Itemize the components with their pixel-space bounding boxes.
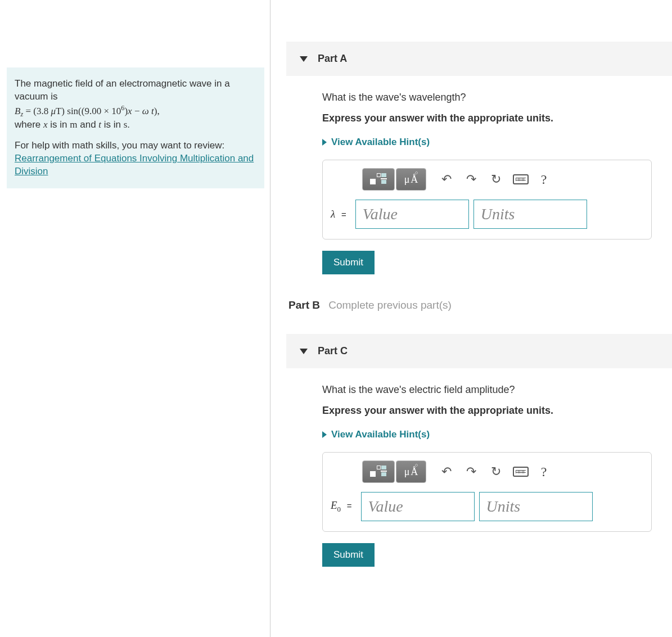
- part-c-instruction: Express your answer with the appropriate…: [322, 405, 652, 417]
- undo-button[interactable]: ↶: [436, 462, 457, 482]
- help-button[interactable]: ?: [535, 464, 552, 480]
- part-a-title: Part A: [318, 53, 347, 65]
- part-c-units-input[interactable]: Units: [479, 492, 593, 521]
- keyboard-button[interactable]: [511, 462, 531, 482]
- part-c-submit-button[interactable]: Submit: [322, 543, 375, 567]
- redo-button[interactable]: ↷: [461, 169, 481, 189]
- intro-text: The magnetic field of an electromagnetic…: [15, 78, 230, 102]
- part-c-answer-box: μÅ ○ ↶ ↷ ↻ ? E0 = Value Uni: [322, 452, 652, 532]
- part-c-title: Part C: [318, 345, 348, 357]
- problem-statement: The magnetic field of an electromagnetic…: [7, 67, 264, 188]
- keyboard-button[interactable]: [511, 169, 531, 189]
- reset-icon: ↻: [491, 172, 501, 187]
- hints-label: View Available Hint(s): [331, 429, 430, 440]
- reset-button[interactable]: ↻: [486, 169, 506, 189]
- problem-intro: The magnetic field of an electromagnetic…: [15, 78, 256, 132]
- caret-down-icon: [300, 56, 308, 62]
- part-c-variable: E0 =: [331, 499, 355, 514]
- where-clause: where x is in m and t is in s.: [15, 119, 130, 130]
- symbols-icon: μÅ ○: [404, 466, 418, 478]
- part-a-value-input[interactable]: Value: [355, 200, 469, 229]
- part-c-value-input[interactable]: Value: [361, 492, 475, 521]
- keyboard-icon: [513, 467, 529, 477]
- part-c-body: What is the wave's electric field amplit…: [286, 368, 672, 572]
- part-b-row: Part B Complete previous part(s): [286, 280, 672, 317]
- answer-toolbar: μÅ ○ ↶ ↷ ↻ ?: [362, 460, 643, 483]
- part-a-answer-box: μÅ ○ ↶ ↷ ↻ ? λ = Value Unit: [322, 160, 652, 240]
- help-button[interactable]: ?: [535, 172, 552, 187]
- caret-right-icon: [322, 139, 327, 146]
- help-icon: ?: [541, 464, 547, 479]
- undo-button[interactable]: ↶: [436, 169, 457, 189]
- part-c-question: What is the wave's electric field amplit…: [322, 384, 652, 396]
- answer-toolbar: μÅ ○ ↶ ↷ ↻ ?: [362, 168, 643, 191]
- redo-button[interactable]: ↷: [461, 462, 481, 482]
- part-a-header[interactable]: Part A: [286, 42, 672, 76]
- templates-icon: [369, 172, 388, 187]
- part-a-answer-row: λ = Value Units: [331, 200, 643, 229]
- caret-right-icon: [322, 431, 327, 438]
- redo-icon: ↷: [466, 172, 476, 187]
- part-b-label: Part B: [288, 299, 320, 311]
- symbols-button[interactable]: μÅ ○: [396, 168, 426, 191]
- reset-icon: ↻: [491, 464, 501, 479]
- part-b-message: Complete previous part(s): [328, 299, 452, 311]
- help-intro: For help with math skills, you may want …: [15, 140, 224, 151]
- help-paragraph: For help with math skills, you may want …: [15, 139, 256, 178]
- symbols-button[interactable]: μÅ ○: [396, 460, 426, 483]
- part-c-header[interactable]: Part C: [286, 334, 672, 368]
- templates-icon: [369, 464, 388, 479]
- undo-icon: ↶: [441, 464, 452, 479]
- keyboard-icon: [513, 174, 529, 184]
- caret-down-icon: [300, 349, 308, 354]
- hints-label: View Available Hint(s): [331, 137, 430, 148]
- part-a-instruction: Express your answer with the appropriate…: [322, 112, 652, 124]
- equation: Bz = (3.8 μT) sin((9.00 × 106)x − ω t),: [15, 106, 160, 116]
- reset-button[interactable]: ↻: [486, 462, 506, 482]
- help-link[interactable]: Rearrangement of Equations Involving Mul…: [15, 153, 254, 177]
- part-a-hints-toggle[interactable]: View Available Hint(s): [322, 137, 430, 148]
- symbols-icon: μÅ ○: [404, 174, 418, 186]
- part-a-units-input[interactable]: Units: [473, 200, 587, 229]
- part-c-hints-toggle[interactable]: View Available Hint(s): [322, 429, 430, 440]
- help-icon: ?: [541, 172, 547, 187]
- part-a-question: What is the wave's wavelength?: [322, 92, 652, 103]
- templates-button[interactable]: [362, 168, 395, 191]
- redo-icon: ↷: [466, 464, 476, 479]
- templates-button[interactable]: [362, 460, 395, 483]
- part-c-answer-row: E0 = Value Units: [331, 492, 643, 521]
- part-a-body: What is the wave's wavelength? Express y…: [286, 76, 672, 280]
- part-a-variable: λ =: [331, 208, 350, 220]
- part-a-submit-button[interactable]: Submit: [322, 251, 375, 274]
- undo-icon: ↶: [441, 172, 452, 187]
